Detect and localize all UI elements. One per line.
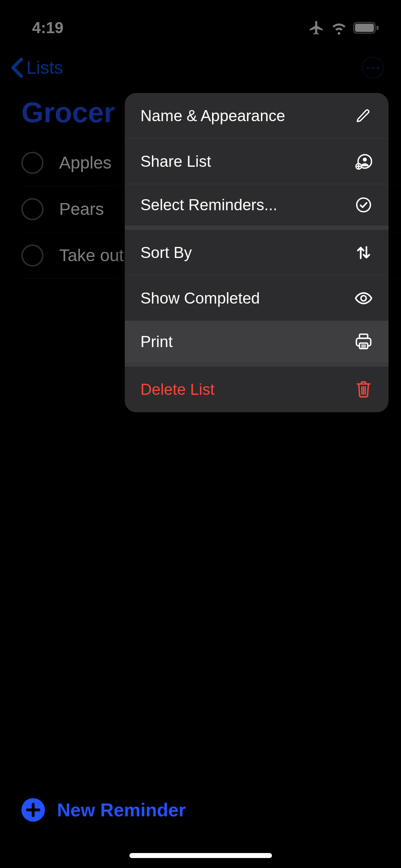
reminder-label: Pears [59,199,104,219]
menu-item-label: Share List [140,153,211,170]
reminder-label: Apples [59,153,112,172]
checkmark-circle-icon [354,197,373,213]
share-person-icon [354,153,373,170]
nav-bar: Lists [0,43,401,89]
back-button[interactable]: Lists [11,57,63,78]
new-reminder-label: New Reminder [57,799,186,821]
menu-item-name-appearance[interactable]: Name & Appearance [125,93,389,139]
reminder-toggle[interactable] [21,198,43,220]
svg-point-4 [363,157,367,161]
reminder-toggle[interactable] [21,152,43,174]
svg-rect-1 [355,24,374,32]
menu-item-label: Sort By [140,244,192,262]
menu-item-label: Show Completed [140,289,260,307]
menu-item-select-reminders[interactable]: Select Reminders... [125,184,389,230]
menu-item-delete-list[interactable]: Delete List [125,367,389,412]
new-reminder-button[interactable]: New Reminder [0,798,401,822]
wifi-icon [331,20,347,36]
airplane-mode-icon [308,20,325,36]
status-bar: 4:19 [0,0,401,43]
home-indicator[interactable] [129,853,272,858]
reminder-toggle[interactable] [21,244,43,267]
back-label: Lists [26,57,63,78]
eye-icon [354,291,373,305]
status-time: 4:19 [32,19,63,37]
chevron-left-icon [11,58,24,78]
menu-item-label: Select Reminders... [140,196,277,214]
trash-icon [354,381,373,398]
ellipsis-icon [367,67,379,69]
menu-item-sort-by[interactable]: Sort By [125,230,389,275]
menu-item-print[interactable]: Print [125,321,389,367]
svg-rect-11 [359,343,367,348]
svg-rect-2 [376,26,379,30]
menu-item-label: Delete List [140,381,215,398]
pencil-icon [354,108,373,123]
menu-item-label: Print [140,333,173,351]
printer-icon [354,333,373,351]
svg-point-7 [357,198,370,212]
list-options-menu: Name & Appearance Share List Select Remi… [125,93,389,412]
plus-circle-icon [21,798,45,822]
svg-point-8 [361,295,366,301]
menu-item-show-completed[interactable]: Show Completed [125,275,389,321]
menu-item-share-list[interactable]: Share List [125,139,389,184]
menu-item-label: Name & Appearance [140,107,285,125]
arrows-up-down-icon [354,244,373,261]
reminder-label: Take out [59,246,124,265]
status-right [308,20,380,36]
more-button[interactable] [362,57,384,79]
battery-icon [353,21,380,34]
